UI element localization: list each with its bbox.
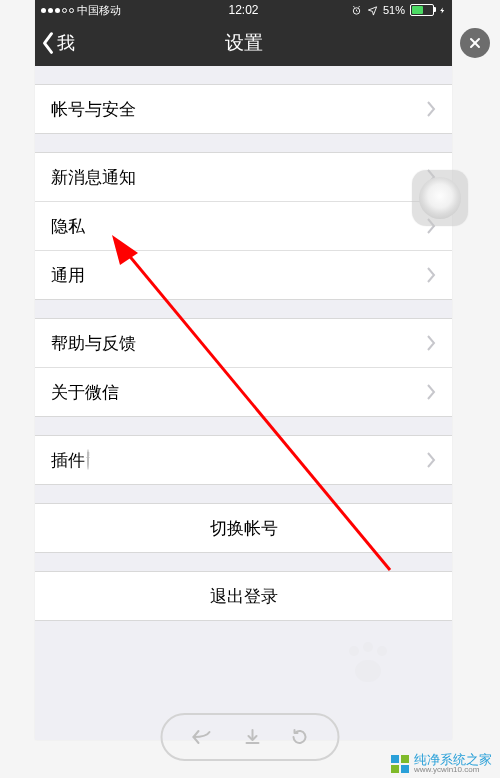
battery-icon: [410, 4, 434, 16]
cell-general[interactable]: 通用: [35, 250, 452, 299]
lightbulb-icon: [87, 449, 89, 470]
close-icon: [468, 36, 482, 50]
watermark-url: www.ycwin10.com: [414, 766, 492, 774]
status-right: 51%: [351, 4, 446, 16]
cell-plugins[interactable]: 插件: [35, 435, 452, 484]
cell-label: 退出登录: [210, 585, 278, 608]
assistive-touch-icon: [419, 177, 461, 219]
bottom-toolbar: [161, 713, 340, 761]
nav-bar: 我 设置: [35, 20, 452, 66]
settings-list: 帐号与安全 新消息通知 隐私 通用: [35, 66, 452, 621]
battery-pct: 51%: [383, 4, 405, 16]
toolbar-download-button[interactable]: [243, 728, 261, 746]
list-group: 切换帐号: [35, 503, 452, 553]
cell-label: 关于微信: [51, 381, 427, 404]
assistive-touch-button[interactable]: [412, 170, 468, 226]
list-group: 退出登录: [35, 571, 452, 621]
paw-watermark-icon: [344, 641, 392, 685]
status-bar: 中国移动 12:02 51%: [35, 0, 452, 20]
toolbar-back-button[interactable]: [192, 729, 214, 745]
watermark-logo-icon: [391, 755, 409, 773]
chevron-right-icon: [427, 384, 436, 400]
toolbar-refresh-button[interactable]: [290, 728, 308, 746]
chevron-right-icon: [427, 101, 436, 117]
logout-button[interactable]: 退出登录: [35, 571, 452, 620]
list-group: 帐号与安全: [35, 84, 452, 134]
cell-notifications[interactable]: 新消息通知: [35, 152, 452, 201]
list-group: 帮助与反馈 关于微信: [35, 318, 452, 417]
list-group: 新消息通知 隐私 通用: [35, 152, 452, 300]
cell-account-security[interactable]: 帐号与安全: [35, 84, 452, 133]
cell-label: 帮助与反馈: [51, 332, 427, 355]
svg-point-3: [377, 646, 387, 656]
download-icon: [243, 728, 261, 746]
page-title: 设置: [35, 30, 452, 56]
alarm-icon: [351, 5, 362, 16]
cell-label: 新消息通知: [51, 166, 427, 189]
cell-privacy[interactable]: 隐私: [35, 201, 452, 250]
svg-point-1: [349, 646, 359, 656]
svg-point-4: [355, 660, 381, 682]
cell-label-text: 插件: [51, 451, 85, 470]
chevron-right-icon: [427, 267, 436, 283]
cell-help-feedback[interactable]: 帮助与反馈: [35, 318, 452, 367]
watermark: 纯净系统之家 www.ycwin10.com: [391, 753, 492, 774]
cell-label: 隐私: [51, 215, 427, 238]
cell-label: 插件: [51, 449, 427, 472]
cell-label: 通用: [51, 264, 427, 287]
list-group: 插件: [35, 435, 452, 485]
charging-icon: [439, 5, 446, 16]
refresh-icon: [290, 728, 308, 746]
phone-frame: 中国移动 12:02 51% 我 设置 帐号与安全: [35, 0, 452, 740]
watermark-text: 纯净系统之家 www.ycwin10.com: [414, 753, 492, 774]
location-icon: [367, 5, 378, 16]
cell-about[interactable]: 关于微信: [35, 367, 452, 416]
chevron-right-icon: [427, 335, 436, 351]
close-button[interactable]: [460, 28, 490, 58]
svg-point-2: [363, 642, 373, 652]
chevron-right-icon: [427, 452, 436, 468]
arrow-left-icon: [192, 729, 214, 745]
switch-account-button[interactable]: 切换帐号: [35, 503, 452, 552]
cell-label: 帐号与安全: [51, 98, 427, 121]
cell-label: 切换帐号: [210, 517, 278, 540]
